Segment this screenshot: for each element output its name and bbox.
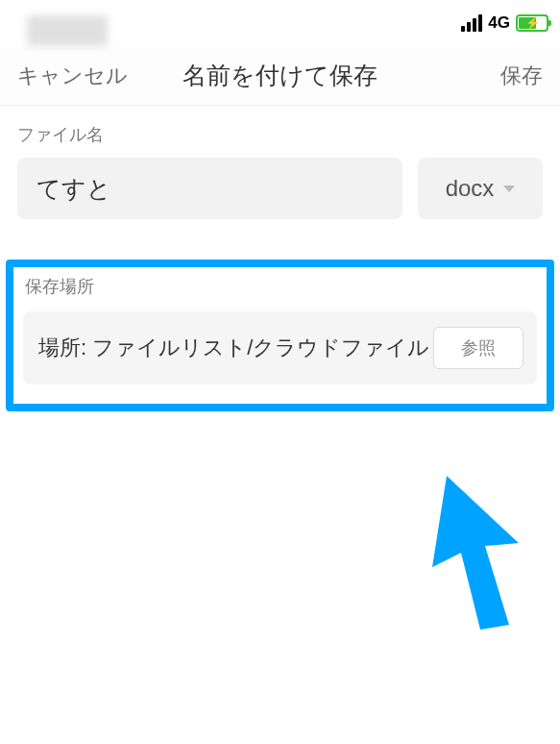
- location-path: 場所: ファイルリスト/クラウドファイル: [38, 334, 429, 362]
- filename-section: ファイル名 てすと docx: [0, 106, 560, 236]
- save-button[interactable]: 保存: [500, 62, 543, 90]
- annotation-arrow-icon: [427, 471, 543, 634]
- location-highlight-frame: 保存場所 場所: ファイルリスト/クラウドファイル 参照: [6, 260, 554, 411]
- extension-value: docx: [446, 175, 495, 202]
- cancel-button[interactable]: キャンセル: [17, 62, 128, 90]
- battery-icon: ⚡: [516, 14, 548, 32]
- page-title: 名前を付けて保存: [183, 60, 377, 91]
- filename-input[interactable]: てすと: [17, 158, 402, 219]
- browse-label: 参照: [461, 336, 496, 360]
- filename-row: てすと docx: [17, 158, 543, 219]
- filename-label: ファイル名: [17, 123, 543, 146]
- location-box: 場所: ファイルリスト/クラウドファイル 参照: [23, 311, 537, 384]
- location-label: 保存場所: [25, 275, 537, 298]
- navigation-bar: キャンセル 名前を付けて保存 保存: [0, 46, 560, 106]
- signal-icon: [461, 14, 482, 32]
- charging-bolt-icon: ⚡: [525, 16, 540, 30]
- status-bar: 4G ⚡: [0, 0, 560, 46]
- extension-select[interactable]: docx: [418, 158, 543, 219]
- network-type: 4G: [488, 13, 510, 33]
- carrier-blurred: [27, 15, 108, 46]
- filename-value: てすと: [37, 173, 111, 205]
- chevron-down-icon: [503, 186, 515, 192]
- browse-button[interactable]: 参照: [433, 327, 523, 369]
